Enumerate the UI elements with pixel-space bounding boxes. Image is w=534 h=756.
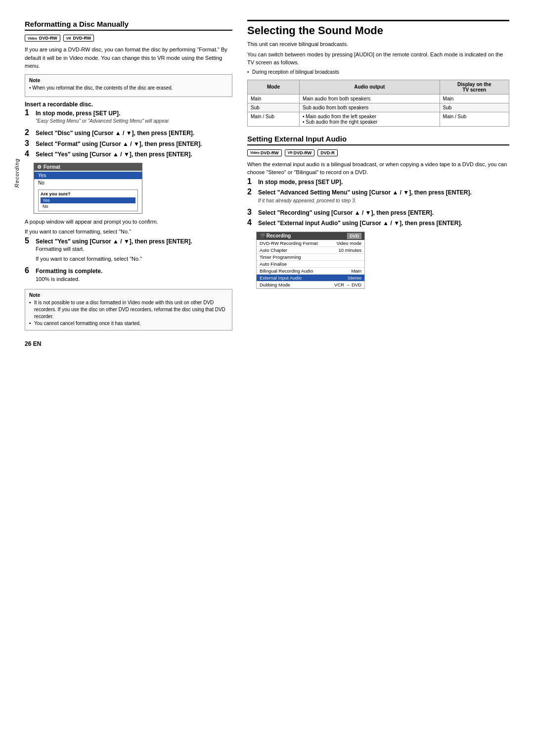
step-3: 3 Select "Format" using [Cursor ▲ / ▼], …	[25, 141, 232, 148]
settings-title: 🎬 Recording	[260, 233, 291, 238]
ext-badge-dvdrw-2: DVD-RW	[294, 150, 312, 155]
popup-note-2: If you want to cancel formatting, select…	[25, 228, 232, 236]
popup-title-bar: ⚙ Format	[34, 163, 142, 171]
step-3-main: Select "Format" using [Cursor ▲ / ▼], th…	[36, 141, 202, 147]
table-cell-audio-sub: Sub audio from both speakers	[299, 103, 440, 112]
settings-row-5: Bilingual Recording Audio Main	[257, 268, 364, 275]
ext-step-3-num: 3	[247, 208, 256, 217]
step-5: 5 Select "Yes" using [Cursor ▲ / ▼], the…	[25, 238, 232, 265]
step-1-num: 1	[25, 109, 34, 127]
ext-step-2-num: 2	[247, 188, 256, 206]
settings-value-5: Main	[351, 268, 361, 274]
ext-step-3: 3 Select "Recording" using [Cursor ▲ / ▼…	[247, 209, 509, 217]
step-6: 6 Formatting is complete. 100% is indica…	[25, 268, 232, 285]
table-cell-mode-main: Main	[248, 94, 300, 103]
ext-step-4-num: 4	[247, 219, 256, 228]
step-5-num: 5	[25, 237, 34, 265]
external-input-intro: When the external input audio is a bilin…	[247, 160, 509, 177]
step-2-main: Select "Disc" using [Cursor ▲ / ▼], then…	[36, 130, 194, 137]
ext-step-3-main: Select "Recording" using [Cursor ▲ / ▼],…	[258, 209, 434, 216]
sound-mode-table: Mode Audio output Display on theTV scree…	[247, 80, 509, 127]
step-5-main: Select "Yes" using [Cursor ▲ / ▼], then …	[36, 238, 192, 245]
external-input-section: Setting External Input Audio Video DVD-R…	[247, 135, 509, 289]
sound-mode-bullet1: During reception of bilingual broadcasts	[247, 69, 509, 76]
sound-mode-intro1: This unit can receive bilingual broadcas…	[247, 40, 509, 48]
ext-badge-vr-dvdrw: VR DVD-RW	[285, 149, 315, 156]
ext-step-1-content: In stop mode, press [SET UP].	[258, 179, 509, 187]
ext-badge-dvdrw-1: DVD-RW	[261, 150, 279, 155]
table-cell-display-main: Main	[440, 94, 509, 103]
note1-text: • When you reformat the disc, the conten…	[29, 85, 228, 92]
badge-dvdrw-1: DVD-RW	[39, 36, 57, 41]
sound-mode-intro2: You can switch between modes by pressing…	[247, 50, 509, 67]
ext-step-2: 2 Select "Advanced Setting Menu" using […	[247, 189, 509, 206]
ext-step-1: 1 In stop mode, press [SET UP].	[247, 179, 509, 187]
popup-icon: ⚙	[37, 164, 42, 170]
step-6-content: Formatting is complete. 100% is indicate…	[36, 268, 232, 285]
settings-value-1: Video mode	[336, 240, 361, 246]
ext-badge-video-dvdrw: Video DVD-RW	[247, 149, 282, 156]
sound-mode-title: Selecting the Sound Mode	[247, 24, 509, 37]
settings-table: 🎬 Recording DVD DVD-RW Recording Format …	[256, 232, 365, 289]
format-popup: ⚙ Format Yes No Are you sure? Yes No	[34, 163, 142, 214]
step-4: 4 Select "Yes" using [Cursor ▲ / ▼], the…	[25, 151, 232, 159]
badge-video-label: Video	[28, 37, 37, 40]
step-1-main: In stop mode, press [SET UP].	[36, 110, 120, 117]
settings-dvd-badge: DVD	[347, 233, 361, 239]
step-4-main: Select "Yes" using [Cursor ▲ / ▼], then …	[36, 151, 192, 158]
step-6-num: 6	[25, 267, 34, 285]
settings-label-5: Bilingual Recording Audio	[260, 268, 313, 274]
step-1: 1 In stop mode, press [SET UP]. "Easy Se…	[25, 110, 232, 127]
table-cell-mode-sub: Sub	[248, 103, 300, 112]
settings-row-2: Auto Chapter 10 minutes	[257, 247, 364, 254]
note2-bullet-2: You cannot cancel formatting once it has…	[29, 320, 228, 327]
settings-label-1: DVD-RW Recording Format	[260, 240, 318, 246]
step-6-sub: 100% is indicated.	[36, 276, 232, 283]
badge-vr-label: VR	[66, 37, 71, 40]
note2-bullet-1: It is not possible to use a disc formatt…	[29, 299, 228, 320]
page-number: 26 EN	[25, 340, 232, 347]
left-column: Recording Reformatting a Disc Manually V…	[25, 20, 232, 347]
settings-value-2: 10 minutes	[339, 247, 361, 253]
ext-step-4: 4 Select "External input Audio" using [C…	[247, 220, 509, 228]
external-input-title: Setting External Input Audio	[247, 135, 509, 145]
ext-step-2-main: Select "Advanced Setting Menu" using [Cu…	[258, 189, 472, 196]
step-5-sub2: If you want to cancel formatting, select…	[36, 255, 232, 263]
popup-option-no: No	[34, 179, 142, 187]
step-1-content: In stop mode, press [SET UP]. "Easy Sett…	[36, 110, 232, 127]
step-3-num: 3	[25, 140, 34, 148]
popup-confirm: Are you sure? Yes No	[38, 189, 138, 211]
ext-step-1-main: In stop mode, press [SET UP].	[258, 179, 343, 186]
reformatting-section: Reformatting a Disc Manually Video DVD-R…	[25, 20, 232, 331]
reformatting-title: Reformatting a Disc Manually	[25, 20, 232, 31]
note-box-1: Note • When you reformat the disc, the c…	[25, 74, 232, 97]
settings-label-3: Timer Programming	[260, 254, 301, 260]
section-divider-1	[247, 20, 509, 21]
popup-confirm-title: Are you sure?	[41, 191, 135, 196]
table-row-sub: Sub Sub audio from both speakers Sub	[248, 103, 509, 112]
step-4-content: Select "Yes" using [Cursor ▲ / ▼], then …	[36, 151, 232, 159]
step-1-sub: "Easy Setting Menu" or "Advanced Setting…	[36, 118, 232, 125]
settings-icon: 🎬	[260, 234, 265, 238]
step-5-content: Select "Yes" using [Cursor ▲ / ▼], then …	[36, 238, 232, 265]
settings-value-7: VCR → DVD	[334, 282, 361, 287]
note2-title: Note	[29, 292, 228, 298]
popup-confirm-no: No	[41, 203, 135, 209]
table-cell-audio-main: Main audio from both speakers	[299, 94, 440, 103]
step-2-num: 2	[25, 129, 34, 138]
badge-dvdrw-2: DVD-RW	[73, 36, 91, 41]
settings-value-6: Stereo	[348, 275, 361, 281]
ext-step-1-num: 1	[247, 178, 256, 187]
ext-badge-dvdr-label: DVD-R	[320, 150, 335, 155]
table-cell-mode-mainsub: Main / Sub	[248, 112, 300, 126]
ext-step-2-content: Select "Advanced Setting Menu" using [Cu…	[258, 189, 509, 206]
settings-row-1: DVD-RW Recording Format Video mode	[257, 240, 364, 247]
note1-title: Note	[29, 78, 228, 83]
ext-step-4-main: Select "External input Audio" using [Cur…	[258, 220, 462, 227]
external-input-badges: Video DVD-RW VR DVD-RW DVD-R	[247, 149, 509, 156]
table-row-mainsub: Main / Sub • Main audio from the left sp…	[248, 112, 509, 126]
step-3-content: Select "Format" using [Cursor ▲ / ▼], th…	[36, 141, 232, 148]
settings-label-2: Auto Chapter	[260, 247, 287, 253]
popup-note-1: A popup window will appear and prompt yo…	[25, 218, 232, 226]
step-2-content: Select "Disc" using [Cursor ▲ / ▼], then…	[36, 130, 232, 138]
